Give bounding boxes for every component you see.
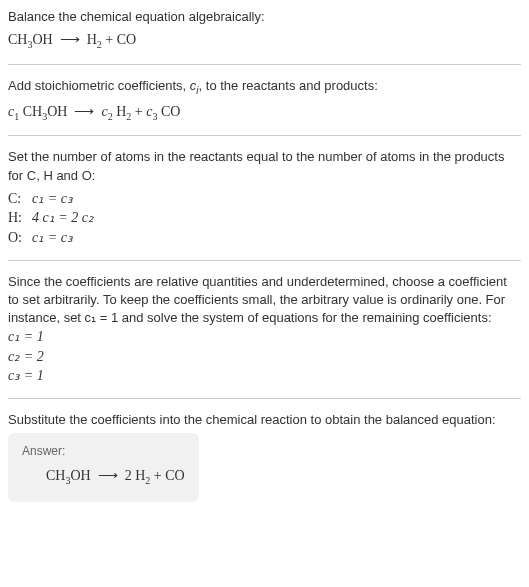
s1-plus: + bbox=[131, 104, 146, 119]
eq-ch: CH bbox=[8, 32, 27, 47]
s1-ch: CH bbox=[23, 104, 42, 119]
c3-sub: 3 bbox=[152, 110, 157, 121]
atom-label: H: bbox=[8, 208, 32, 228]
coef-c2: c₂ = 2 bbox=[8, 347, 521, 367]
step1-text-b: , to the reactants and products: bbox=[199, 78, 378, 93]
divider bbox=[8, 64, 521, 65]
step4-text: Substitute the coefficients into the che… bbox=[8, 411, 521, 429]
atom-row-c: C: c₁ = c₃ bbox=[8, 189, 521, 209]
atom-eq: 4 c₁ = 2 c₂ bbox=[32, 208, 94, 228]
step1-text-a: Add stoichiometric coefficients, bbox=[8, 78, 190, 93]
step2-text: Set the number of atoms in the reactants… bbox=[8, 148, 521, 184]
c1-sub: 1 bbox=[14, 110, 19, 121]
step1-equation: c1 CH3OH ⟶ c2 H2 + c3 CO bbox=[8, 102, 521, 124]
s1-h: H bbox=[116, 104, 126, 119]
coef-c1: c₁ = 1 bbox=[8, 327, 521, 347]
atom-table: C: c₁ = c₃ H: 4 c₁ = 2 c₂ O: c₁ = c₃ bbox=[8, 189, 521, 248]
eq-plus: + bbox=[102, 32, 117, 47]
atom-label: O: bbox=[8, 228, 32, 248]
divider bbox=[8, 398, 521, 399]
step1-text: Add stoichiometric coefficients, ci, to … bbox=[8, 77, 521, 98]
ans-co: CO bbox=[165, 468, 184, 483]
ans-ch: CH bbox=[46, 468, 65, 483]
step1-ci: ci bbox=[190, 78, 199, 93]
answer-box: Answer: CH3OH ⟶ 2 H2 + CO bbox=[8, 433, 199, 502]
divider bbox=[8, 260, 521, 261]
arrow-icon: ⟶ bbox=[60, 31, 80, 47]
s1-co: CO bbox=[161, 104, 180, 119]
answer-label: Answer: bbox=[22, 443, 185, 460]
atom-row-h: H: 4 c₁ = 2 c₂ bbox=[8, 208, 521, 228]
eq-oh: OH bbox=[32, 32, 52, 47]
atom-eq: c₁ = c₃ bbox=[32, 189, 73, 209]
intro-title: Balance the chemical equation algebraica… bbox=[8, 8, 521, 26]
s1-oh: OH bbox=[47, 104, 67, 119]
ans-oh: OH bbox=[70, 468, 90, 483]
arrow-icon-3: ⟶ bbox=[98, 467, 118, 483]
intro-equation: CH3OH ⟶ H2 + CO bbox=[8, 30, 521, 52]
step3-text: Since the coefficients are relative quan… bbox=[8, 273, 521, 328]
eq-co: CO bbox=[117, 32, 136, 47]
coef-c3: c₃ = 1 bbox=[8, 366, 521, 386]
divider bbox=[8, 135, 521, 136]
c2-sub: 2 bbox=[108, 110, 113, 121]
atom-eq: c₁ = c₃ bbox=[32, 228, 73, 248]
eq-h: H bbox=[87, 32, 97, 47]
atom-label: C: bbox=[8, 189, 32, 209]
ans-2h: 2 H bbox=[125, 468, 146, 483]
ans-plus: + bbox=[150, 468, 165, 483]
atom-row-o: O: c₁ = c₃ bbox=[8, 228, 521, 248]
arrow-icon-2: ⟶ bbox=[74, 103, 94, 119]
answer-equation: CH3OH ⟶ 2 H2 + CO bbox=[22, 466, 185, 488]
